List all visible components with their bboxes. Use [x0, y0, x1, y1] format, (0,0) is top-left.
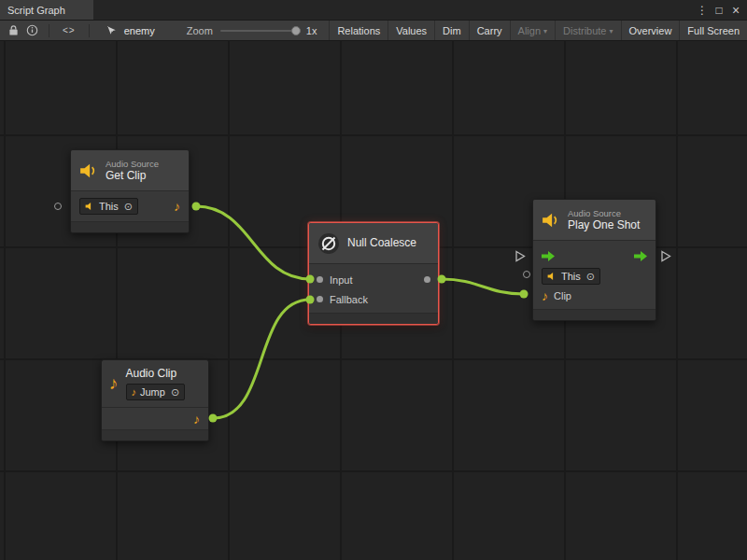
object-picker-icon[interactable]: ⊙	[586, 270, 595, 283]
zoom-slider[interactable]	[220, 30, 297, 32]
node-footer	[533, 309, 655, 320]
chevron-down-icon: ▾	[610, 27, 613, 35]
play-one-shot-target-input-port[interactable]	[523, 271, 530, 278]
wire-endpoint[interactable]	[192, 203, 201, 211]
zoom-label: Zoom	[187, 25, 213, 36]
overview-button[interactable]: Overview	[621, 21, 680, 40]
dim-button[interactable]: Dim	[434, 21, 469, 40]
get-clip-target-input-port[interactable]	[54, 203, 62, 210]
graph-canvas[interactable]: Audio Source Get Clip This ⊙ ♪ ♪ Audio C…	[0, 41, 747, 560]
values-button[interactable]: Values	[388, 21, 434, 40]
control-flow-row	[533, 246, 655, 266]
fallback-port[interactable]	[317, 296, 323, 302]
target-row: This ⊙ ♪	[71, 191, 189, 221]
wire-getclip-to-input[interactable]	[196, 206, 310, 279]
object-picker-icon[interactable]: ⊙	[171, 385, 179, 399]
clip-output-port[interactable]: ♪	[174, 200, 180, 213]
window-controls: ⋮ □ ×	[695, 0, 747, 20]
this-object-field[interactable]: This ⊙	[542, 268, 600, 285]
node-footer	[71, 221, 189, 232]
window-menu-icon[interactable]: ⋮	[695, 4, 710, 17]
node-title: Get Clip	[106, 170, 159, 182]
node-title: Null Coalesce	[347, 237, 416, 249]
toolbar-separator	[49, 24, 49, 37]
zoom-slider-knob[interactable]	[291, 26, 301, 35]
toolbar-separator	[89, 24, 90, 37]
chevron-down-icon: ▾	[543, 27, 547, 35]
input-port[interactable]	[317, 276, 323, 283]
control-input-arrow-icon[interactable]	[542, 251, 555, 261]
fallback-row: Fallback	[309, 289, 438, 309]
audio-source-icon	[542, 212, 560, 229]
lock-icon[interactable]	[4, 21, 22, 40]
node-get-clip[interactable]: Audio Source Get Clip This ⊙ ♪	[70, 149, 190, 233]
control-enter-port[interactable]	[514, 249, 526, 266]
audio-clip-icon: ♪	[109, 377, 119, 390]
node-category: Audio Source	[568, 208, 640, 218]
audio-source-icon	[79, 162, 98, 179]
node-footer	[309, 313, 438, 324]
target-row: This ⊙	[533, 266, 655, 286]
output-row: ♪	[102, 407, 208, 429]
node-audio-clip[interactable]: ♪ Audio Clip ♪ Jump ⊙ ♪	[101, 359, 209, 441]
note-icon: ♪	[542, 289, 548, 302]
node-title: Audio Clip	[126, 368, 186, 380]
node-category: Audio Source	[106, 159, 159, 169]
control-output-arrow-icon[interactable]	[634, 251, 647, 261]
clip-output-port[interactable]: ♪	[193, 413, 200, 426]
speaker-icon	[547, 272, 557, 281]
distribute-button: Distribute▾	[555, 21, 620, 40]
tab-bar: Script Graph ⋮ □ ×	[0, 0, 747, 21]
zoom-value: 1x	[306, 25, 317, 36]
code-icon[interactable]: <>	[63, 25, 76, 35]
jump-object-field[interactable]: ♪ Jump ⊙	[126, 384, 186, 400]
align-button: Align▾	[510, 21, 555, 40]
wire-endpoint[interactable]	[209, 414, 218, 423]
info-icon[interactable]	[22, 21, 41, 40]
node-play-one-shot[interactable]: Audio Source Play One Shot This	[532, 199, 656, 321]
tab-bar-spacer	[93, 0, 695, 20]
graph-breadcrumb[interactable]: enemy	[124, 25, 155, 36]
speaker-icon	[85, 202, 95, 211]
maximize-icon[interactable]: □	[712, 4, 726, 17]
node-header: Audio Source Get Clip	[71, 150, 189, 191]
port-rows: Input Fallback	[309, 264, 438, 313]
node-header: Audio Source Play One Shot	[533, 200, 655, 241]
tab-script-graph[interactable]: Script Graph	[0, 0, 93, 20]
close-icon[interactable]: ×	[728, 3, 743, 18]
control-exit-port[interactable]	[660, 249, 671, 266]
this-object-field[interactable]: This ⊙	[79, 198, 138, 215]
clip-row: ♪ Clip	[533, 286, 655, 305]
relations-button[interactable]: Relations	[329, 21, 388, 40]
null-coalesce-icon	[317, 232, 340, 255]
carry-button[interactable]: Carry	[469, 21, 510, 40]
input-row: Input	[309, 270, 438, 289]
port-rows: This ⊙ ♪ Clip	[533, 241, 655, 309]
object-picker-icon[interactable]: ⊙	[124, 200, 133, 213]
wire-endpoint[interactable]	[520, 290, 529, 299]
tab-title: Script Graph	[7, 5, 65, 16]
node-title: Play One Shot	[568, 219, 640, 231]
script-graph-window: Script Graph ⋮ □ × <> enemy Zoom 1x Rela…	[0, 0, 747, 560]
graph-toolbar: <> enemy Zoom 1x Relations Values Dim Ca…	[0, 21, 747, 41]
note-icon: ♪	[132, 385, 137, 399]
node-footer	[102, 429, 208, 441]
wire-audioclip-to-fallback[interactable]	[213, 300, 310, 418]
fullscreen-button[interactable]: Full Screen	[679, 21, 747, 40]
graph-pointer-icon	[103, 21, 121, 40]
node-null-coalesce[interactable]: Null Coalesce Input Fallback	[308, 222, 439, 325]
node-header: ♪ Audio Clip ♪ Jump ⊙	[102, 360, 208, 407]
wire-result-to-clip[interactable]	[442, 279, 524, 294]
toolbar-button-group: Relations Values Dim Carry Align▾ Distri…	[329, 21, 747, 40]
node-header: Null Coalesce	[309, 223, 438, 264]
result-output-port[interactable]	[424, 276, 430, 283]
